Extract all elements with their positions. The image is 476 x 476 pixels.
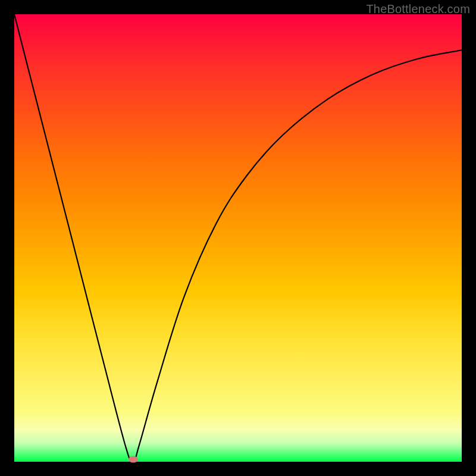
plot-area — [14, 14, 462, 462]
bottleneck-curve-path — [14, 14, 462, 462]
curve-svg — [14, 14, 462, 462]
minimum-marker — [129, 456, 138, 463]
chart-frame: TheBottleneck.com — [0, 0, 476, 476]
watermark-text: TheBottleneck.com — [366, 2, 470, 16]
